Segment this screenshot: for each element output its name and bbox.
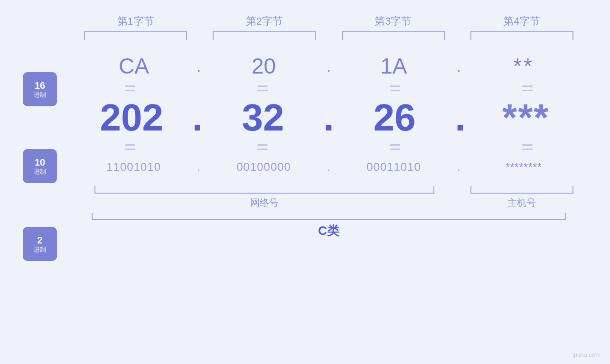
host-bracket: 主机号	[458, 186, 586, 209]
eq-bars-2	[257, 85, 268, 91]
dec-value-1: 202	[100, 96, 163, 140]
dec-cell-4: ***	[465, 96, 586, 140]
hex-dot-2: .	[326, 56, 331, 76]
bin-dot-3: .	[457, 160, 460, 174]
hex-dot-1: .	[197, 56, 201, 76]
eq1-cell4	[468, 85, 586, 91]
dec-value-3: 26	[373, 96, 415, 140]
eq1-cell1	[71, 85, 189, 91]
eq1-cell3	[336, 85, 454, 91]
bin-label: 2 进制	[23, 227, 57, 261]
hex-value-4: **	[513, 53, 534, 79]
watermark: ipshu.com	[572, 351, 601, 358]
byte-header-3: 第3字节	[329, 14, 458, 40]
byte-bracket-top-1	[84, 31, 187, 40]
dec-row: 202 . 32 . 26 . ***	[71, 94, 586, 141]
bin-value-3: 00011010	[366, 160, 421, 174]
bin-cell-3: 00011010	[331, 160, 456, 174]
bracket-row: 网络号 主机号	[71, 186, 586, 209]
bin-row: 11001010 . 00100000 . 00011010 . *******…	[71, 153, 586, 181]
byte-header-1: 第1字节	[71, 14, 200, 40]
dec-cell-2: 32	[203, 96, 324, 140]
bin-dot-2: .	[327, 160, 330, 174]
byte-bracket-top-2	[213, 31, 316, 40]
equals-row-2	[71, 141, 586, 153]
byte-header-4: 第4字节	[458, 14, 586, 40]
bin-value-2: 00100000	[236, 160, 291, 174]
hex-value-1: CA	[119, 53, 149, 79]
dec-value-4: ***	[502, 96, 549, 140]
network-bracket: 网络号	[71, 186, 458, 209]
hex-value-2: 20	[252, 53, 276, 79]
hex-cell-4: **	[461, 53, 586, 79]
hex-label-sub: 进制	[34, 91, 46, 99]
dec-dot-3: .	[455, 96, 465, 140]
eq-bars-4	[522, 85, 533, 91]
byte-bracket-top-3	[342, 31, 445, 40]
content-area: 第1字节 第2字节 第3字节 第4字节 CA . 20	[71, 14, 586, 355]
eq-bars-3	[390, 85, 400, 91]
dec-cell-1: 202	[71, 96, 192, 140]
dec-label-main: 10	[35, 157, 45, 168]
host-bracket-line	[470, 186, 573, 194]
byte-headers-row: 第1字节 第2字节 第3字节 第4字节	[71, 14, 586, 40]
bin-dot-1: .	[197, 160, 200, 174]
hex-label-main: 16	[35, 80, 45, 91]
network-label: 网络号	[250, 196, 279, 209]
dec-value-2: 32	[242, 96, 284, 140]
dec-dot-2: .	[323, 96, 334, 140]
host-label: 主机号	[507, 196, 536, 209]
network-bracket-line	[94, 186, 434, 194]
equals-row-1	[71, 83, 586, 94]
hex-value-3: 1A	[380, 53, 407, 79]
bin-label-main: 2	[37, 234, 42, 246]
hex-dot-3: .	[456, 56, 461, 76]
hex-cell-2: 20	[201, 53, 327, 79]
eq1-cell2	[204, 85, 322, 91]
hex-row: CA . 20 . 1A . **	[71, 49, 586, 83]
bin-cell-1: 11001010	[71, 160, 196, 174]
bin-value-4: ********	[506, 161, 542, 173]
bin-cell-2: 00100000	[201, 160, 326, 174]
class-label: C类	[318, 223, 339, 239]
hex-cell-3: 1A	[331, 53, 457, 79]
dec-cell-3: 26	[334, 96, 455, 140]
hex-cell-1: CA	[71, 53, 197, 79]
main-container: 16 进制 10 进制 2 进制 第1字节 第2字节 第3字节 第4字节	[0, 0, 610, 364]
bin-label-sub: 进制	[34, 246, 46, 253]
eq-bars-1	[125, 85, 135, 91]
byte-header-label-1: 第1字节	[117, 14, 154, 28]
byte-header-label-2: 第2字节	[246, 14, 283, 28]
bin-value-1: 11001010	[106, 160, 161, 174]
byte-header-label-4: 第4字节	[503, 14, 540, 28]
dec-label-sub: 进制	[34, 168, 46, 176]
class-section: C类	[71, 213, 586, 239]
dec-label: 10 进制	[23, 149, 57, 183]
byte-bracket-top-4	[470, 31, 573, 40]
dec-dot-1: .	[192, 96, 203, 140]
class-bracket-line	[92, 213, 565, 220]
byte-header-2: 第2字节	[200, 14, 328, 40]
hex-label: 16 进制	[23, 72, 57, 106]
byte-header-label-3: 第3字节	[375, 14, 412, 28]
bin-cell-4: ********	[461, 161, 586, 173]
